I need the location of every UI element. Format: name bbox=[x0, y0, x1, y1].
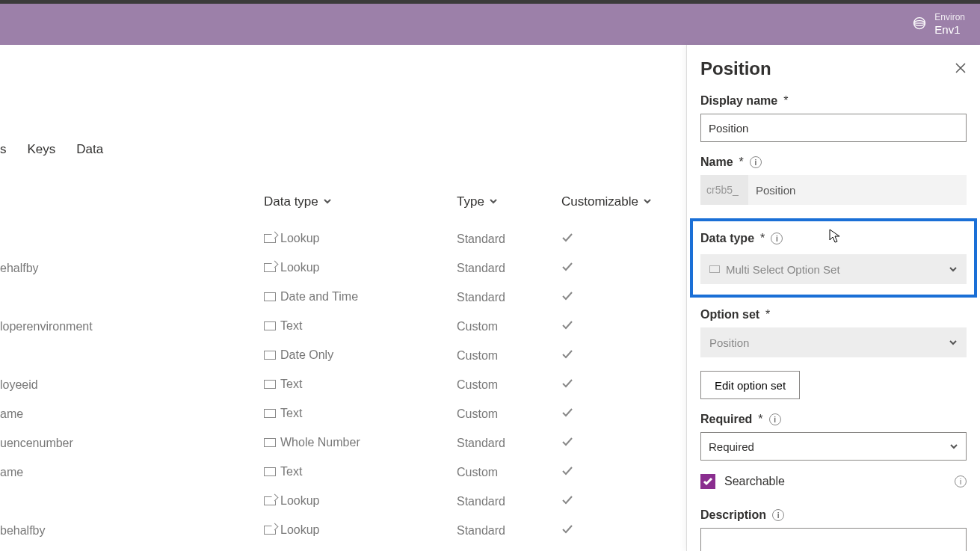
chevron-down-icon bbox=[489, 194, 498, 209]
tab-keys[interactable]: Keys bbox=[28, 142, 56, 157]
searchable-checkbox[interactable] bbox=[700, 474, 715, 489]
display-name-label: Display name* bbox=[700, 94, 967, 108]
field-name-cell: ehalfby bbox=[0, 262, 264, 275]
info-icon[interactable]: i bbox=[772, 509, 784, 521]
table-row[interactable]: behalfbyLookupStandard bbox=[0, 516, 686, 545]
field-datatype-cell: Text bbox=[264, 319, 302, 333]
field-name-cell: behalfby bbox=[0, 524, 264, 538]
check-icon bbox=[561, 291, 573, 304]
field-type-cell: Standard bbox=[457, 262, 561, 275]
environment-label: Environ bbox=[934, 12, 965, 22]
field-datatype-cell: Lookup bbox=[264, 523, 320, 537]
chevron-down-icon bbox=[323, 194, 332, 209]
column-header-customizable[interactable]: Customizable bbox=[561, 194, 652, 209]
table-row[interactable]: ameTextCustom bbox=[0, 458, 686, 487]
field-name-cell: loperenvironment bbox=[0, 320, 264, 333]
check-icon bbox=[561, 349, 573, 362]
environment-picker[interactable]: Environ Env1 bbox=[912, 12, 965, 36]
field-datatype-cell: Date and Time bbox=[264, 290, 358, 304]
fields-table: Data type Type Customizable LookupStanda… bbox=[0, 194, 686, 545]
entity-tabs: s Keys Data bbox=[0, 142, 686, 157]
table-row[interactable]: ehalfbyLookupStandard bbox=[0, 253, 686, 283]
data-type-highlight: Data type* i Multi Select Option Set bbox=[690, 218, 977, 298]
tab-data[interactable]: Data bbox=[76, 142, 103, 157]
field-properties-panel: Position Display name* Name* i cr5b5_ Po… bbox=[686, 45, 980, 551]
field-datatype-cell: Date Only bbox=[264, 348, 333, 362]
field-type-cell: Standard bbox=[457, 233, 561, 246]
field-datatype-cell: Text bbox=[264, 407, 302, 420]
check-icon bbox=[561, 466, 573, 478]
check-icon bbox=[561, 407, 573, 420]
chevron-down-icon bbox=[949, 336, 958, 349]
check-icon bbox=[561, 495, 573, 508]
required-select[interactable]: Required bbox=[700, 432, 967, 461]
name-value: Position bbox=[748, 175, 967, 205]
table-row[interactable]: ameTextCustom bbox=[0, 399, 686, 428]
info-icon[interactable]: i bbox=[750, 156, 762, 168]
datatype-icon bbox=[264, 438, 276, 447]
app-header: Environ Env1 bbox=[0, 4, 980, 45]
option-set-label: Option set* bbox=[700, 308, 967, 321]
check-icon bbox=[561, 262, 573, 274]
info-icon[interactable]: i bbox=[769, 413, 781, 425]
field-name-cell: loyeeid bbox=[0, 378, 264, 392]
edit-option-set-button[interactable]: Edit option set bbox=[700, 371, 800, 399]
field-type-cell: Custom bbox=[457, 349, 561, 363]
chevron-down-icon bbox=[949, 263, 958, 276]
field-datatype-cell: Lookup bbox=[264, 232, 320, 245]
tab-partial[interactable]: s bbox=[0, 142, 7, 157]
display-name-input[interactable] bbox=[700, 114, 967, 142]
info-icon[interactable]: i bbox=[771, 233, 783, 244]
info-icon[interactable]: i bbox=[955, 475, 967, 487]
field-type-cell: Custom bbox=[457, 407, 561, 421]
table-row[interactable]: LookupStandard bbox=[0, 487, 686, 516]
option-set-icon bbox=[709, 265, 720, 273]
environment-icon bbox=[912, 16, 927, 33]
field-type-cell: Custom bbox=[457, 466, 561, 479]
table-row[interactable]: Date OnlyCustom bbox=[0, 341, 686, 370]
datatype-icon bbox=[264, 234, 276, 243]
datatype-icon bbox=[264, 263, 276, 272]
data-type-label: Data type* i bbox=[700, 232, 967, 245]
field-name-cell: ame bbox=[0, 466, 264, 479]
field-type-cell: Standard bbox=[457, 524, 561, 538]
table-header-row: Data type Type Customizable bbox=[0, 194, 686, 209]
field-type-cell: Standard bbox=[457, 437, 561, 450]
datatype-icon bbox=[264, 409, 276, 418]
field-datatype-cell: Lookup bbox=[264, 494, 320, 508]
field-type-cell: Custom bbox=[457, 378, 561, 392]
field-type-cell: Custom bbox=[457, 320, 561, 333]
environment-name: Env1 bbox=[934, 23, 965, 37]
description-label: Description i bbox=[700, 508, 967, 522]
table-row[interactable]: loperenvironmentTextCustom bbox=[0, 312, 686, 341]
table-row[interactable]: loyeeidTextCustom bbox=[0, 370, 686, 399]
check-icon bbox=[561, 437, 573, 449]
check-icon bbox=[561, 320, 573, 333]
column-header-type[interactable]: Type bbox=[457, 194, 498, 209]
close-icon[interactable] bbox=[955, 62, 967, 76]
option-set-select[interactable]: Position bbox=[700, 327, 967, 357]
datatype-icon bbox=[264, 351, 276, 360]
field-name-cell: ame bbox=[0, 407, 264, 421]
table-row[interactable]: uencenumberWhole NumberStandard bbox=[0, 428, 686, 458]
table-row[interactable]: Date and TimeStandard bbox=[0, 283, 686, 312]
field-datatype-cell: Text bbox=[264, 465, 302, 478]
column-header-data-type[interactable]: Data type bbox=[264, 194, 332, 209]
check-icon bbox=[561, 378, 573, 391]
main-content: s Keys Data Data type Type Customizable … bbox=[0, 45, 686, 551]
datatype-icon bbox=[264, 292, 276, 301]
name-prefix: cr5b5_ bbox=[700, 175, 748, 205]
field-datatype-cell: Whole Number bbox=[264, 436, 360, 449]
table-row[interactable]: LookupStandard bbox=[0, 224, 686, 253]
field-datatype-cell: Text bbox=[264, 378, 302, 391]
data-type-select: Multi Select Option Set bbox=[700, 254, 967, 284]
datatype-icon bbox=[264, 496, 276, 505]
chevron-down-icon bbox=[643, 194, 652, 209]
panel-title: Position bbox=[700, 58, 771, 79]
description-textarea[interactable] bbox=[700, 528, 967, 551]
required-label: Required* i bbox=[700, 413, 967, 426]
check-icon bbox=[561, 233, 573, 245]
datatype-icon bbox=[264, 526, 276, 535]
name-label: Name* i bbox=[700, 156, 967, 169]
field-type-cell: Standard bbox=[457, 291, 561, 304]
